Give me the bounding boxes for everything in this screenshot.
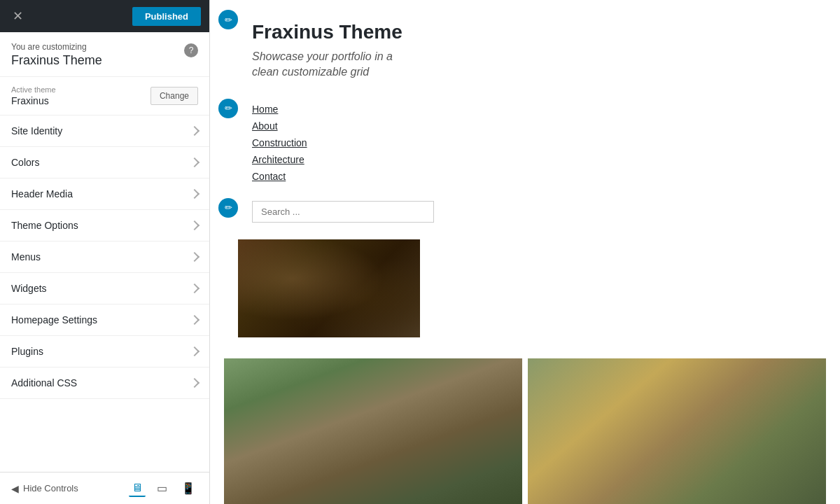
- nav-section: ✏ HomeAboutConstructionArchitectureConta…: [210, 94, 840, 191]
- menu-item-label: Additional CSS: [11, 377, 77, 388]
- menu-item-site-identity[interactable]: Site Identity: [0, 115, 209, 147]
- menu-item-label: Theme Options: [11, 220, 78, 231]
- mobile-icon[interactable]: 📱: [178, 480, 198, 497]
- menu-item-label: Widgets: [11, 283, 47, 294]
- chevron-right-icon: [190, 158, 200, 167]
- menu-item-menus[interactable]: Menus: [0, 241, 209, 273]
- customizing-section: You are customizing Fraxinus Theme ?: [0, 32, 209, 77]
- pencil-icon: ✏: [225, 202, 232, 213]
- nav-link-home[interactable]: Home: [252, 102, 307, 117]
- change-theme-button[interactable]: Change: [150, 87, 198, 105]
- chevron-right-icon: [190, 220, 200, 230]
- grid-item-1[interactable]: [224, 358, 522, 504]
- menu-item-header-media[interactable]: Header Media: [0, 178, 209, 210]
- menu-item-additional-css[interactable]: Additional CSS: [0, 368, 209, 399]
- grid-item-2[interactable]: [528, 358, 826, 504]
- edit-header-button[interactable]: ✏: [218, 10, 238, 29]
- menu-list: Site IdentityColorsHeader MediaTheme Opt…: [0, 115, 209, 472]
- edit-nav-button[interactable]: ✏: [218, 99, 238, 118]
- nav-links: HomeAboutConstructionArchitectureContact: [252, 102, 307, 184]
- pencil-icon: ✏: [225, 15, 232, 25]
- left-arrow-icon: ◀: [11, 483, 19, 494]
- nav-link-construction[interactable]: Construction: [252, 135, 307, 150]
- menu-item-homepage-settings[interactable]: Homepage Settings: [0, 304, 209, 336]
- top-bar: ✕ Published: [0, 0, 209, 32]
- theme-name-label: Fraxinus Theme: [11, 53, 102, 68]
- hide-controls-button[interactable]: ◀ Hide Controls: [11, 483, 78, 494]
- preview-panel: ✏ Fraxinus Theme Showcase your portfolio…: [210, 0, 840, 504]
- menu-item-colors[interactable]: Colors: [0, 147, 209, 178]
- tablet-icon[interactable]: ▭: [154, 480, 170, 497]
- chevron-right-icon: [190, 346, 200, 356]
- active-theme-value: Fraxinus: [11, 95, 56, 106]
- site-tagline-preview: Showcase your portfolio in a clean custo…: [252, 49, 812, 80]
- search-section: ✏: [210, 191, 840, 232]
- portfolio-grid: [210, 351, 840, 504]
- menu-item-widgets[interactable]: Widgets: [0, 273, 209, 304]
- bottom-bar: ◀ Hide Controls 🖥 ▭ 📱: [0, 472, 209, 504]
- chevron-right-icon: [190, 315, 200, 325]
- edit-search-button[interactable]: ✏: [218, 198, 238, 218]
- site-header: ✏ Fraxinus Theme Showcase your portfolio…: [210, 0, 840, 94]
- search-input[interactable]: [252, 201, 434, 223]
- menu-item-label: Homepage Settings: [11, 314, 97, 326]
- menu-item-label: Colors: [11, 157, 39, 168]
- hide-controls-label: Hide Controls: [23, 483, 78, 493]
- help-icon[interactable]: ?: [184, 43, 198, 57]
- menu-item-label: Site Identity: [11, 125, 62, 136]
- chevron-right-icon: [190, 126, 200, 136]
- menu-item-label: Header Media: [11, 188, 73, 200]
- nav-link-about[interactable]: About: [252, 118, 307, 134]
- site-title-preview: Fraxinus Theme: [252, 21, 812, 43]
- desktop-icon[interactable]: 🖥: [129, 480, 146, 497]
- pencil-icon: ✏: [225, 103, 232, 113]
- menu-item-label: Menus: [11, 251, 41, 262]
- customizing-label: You are customizing: [11, 42, 102, 52]
- left-panel: ✕ Published You are customizing Fraxinus…: [0, 0, 210, 504]
- featured-image: [238, 239, 420, 337]
- published-button[interactable]: Published: [132, 7, 201, 26]
- menu-item-plugins[interactable]: Plugins: [0, 336, 209, 368]
- menu-item-label: Plugins: [11, 346, 43, 357]
- close-button[interactable]: ✕: [8, 7, 27, 25]
- device-icons: 🖥 ▭ 📱: [129, 480, 198, 497]
- chevron-right-icon: [190, 284, 200, 293]
- active-theme-label: Active theme: [11, 85, 56, 94]
- nav-link-contact[interactable]: Contact: [252, 169, 307, 184]
- active-theme-section: Active theme Fraxinus Change: [0, 77, 209, 115]
- menu-item-theme-options[interactable]: Theme Options: [0, 210, 209, 241]
- chevron-right-icon: [190, 189, 200, 199]
- chevron-right-icon: [190, 252, 200, 262]
- nav-link-architecture[interactable]: Architecture: [252, 152, 307, 167]
- chevron-right-icon: [190, 378, 200, 388]
